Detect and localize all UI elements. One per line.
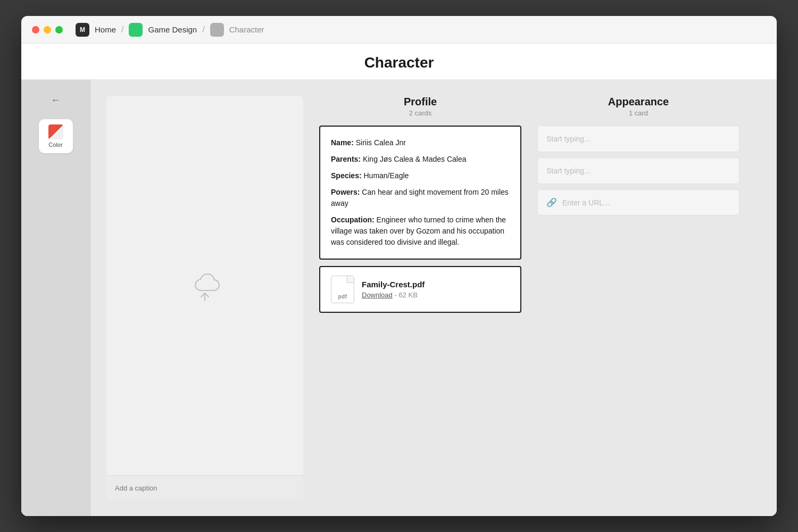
link-icon: 🔗 xyxy=(546,197,557,207)
sidebar: ← Color xyxy=(21,80,90,516)
pdf-card: pdf Family-Crest.pdf Download - 62 KB xyxy=(319,266,521,313)
appearance-input-1-placeholder: Start typing... xyxy=(546,135,590,143)
content-area: Profile 2 cards Name: Siriis Calea Jnr P… xyxy=(90,80,777,516)
breadcrumb-game-design[interactable]: Game Design xyxy=(148,25,197,34)
color-tool-label: Color xyxy=(48,142,62,148)
field-name-label: Name: xyxy=(331,138,354,147)
profile-info-card: Name: Siriis Calea Jnr Parents: King Jøs… xyxy=(319,126,521,260)
field-parents: Parents: King Jøs Calea & Mades Calea xyxy=(331,154,510,165)
upload-cloud-icon xyxy=(186,270,223,301)
profile-title: Profile xyxy=(319,96,521,108)
field-powers-label: Powers: xyxy=(331,188,360,196)
field-parents-label: Parents: xyxy=(331,155,361,163)
profile-section: Profile 2 cards Name: Siriis Calea Jnr P… xyxy=(319,96,521,500)
app-window: M Home / Game Design / Character Charact… xyxy=(21,16,777,516)
appearance-title: Appearance xyxy=(537,96,739,108)
field-parents-value: King Jøs Calea & Mades Calea xyxy=(363,155,467,163)
game-design-icon[interactable] xyxy=(129,23,143,37)
appearance-input-1[interactable]: Start typing... xyxy=(537,126,739,152)
pdf-type-label: pdf xyxy=(338,294,347,300)
field-name: Name: Siriis Calea Jnr xyxy=(331,137,510,148)
field-species-label: Species: xyxy=(331,171,362,180)
breadcrumb-character[interactable]: Character xyxy=(229,25,264,34)
home-icon[interactable]: M xyxy=(76,23,89,37)
maximize-button[interactable] xyxy=(55,26,63,34)
back-button[interactable]: ← xyxy=(46,90,65,110)
breadcrumb: M Home / Game Design / Character xyxy=(76,23,264,37)
image-card xyxy=(106,96,303,500)
breadcrumb-sep-1: / xyxy=(121,25,123,35)
field-powers: Powers: Can hear and sight movement from… xyxy=(331,187,510,209)
profile-header: Profile 2 cards xyxy=(319,96,521,117)
character-icon[interactable] xyxy=(210,23,224,37)
page-title: Character xyxy=(21,54,777,71)
main-area: ← Color xyxy=(21,80,777,516)
appearance-url-placeholder: Enter a URL... xyxy=(562,198,610,207)
traffic-lights xyxy=(32,26,63,34)
field-occupation-label: Occupation: xyxy=(331,215,375,224)
appearance-input-2[interactable]: Start typing... xyxy=(537,157,739,184)
field-species-value: Human/Eagle xyxy=(363,171,409,180)
caption-input[interactable] xyxy=(115,484,295,492)
pdf-info: Family-Crest.pdf Download - 62 KB xyxy=(362,280,425,299)
pdf-file-icon: pdf xyxy=(331,276,354,303)
page-header: Character xyxy=(21,44,777,80)
field-species: Species: Human/Eagle xyxy=(331,170,510,181)
close-button[interactable] xyxy=(32,26,39,34)
appearance-section: Appearance 1 card Start typing... Start … xyxy=(537,96,739,500)
profile-subtitle: 2 cards xyxy=(319,109,521,117)
field-name-value: Siriis Calea Jnr xyxy=(356,138,406,147)
color-icon xyxy=(48,124,63,139)
breadcrumb-home[interactable]: Home xyxy=(95,25,116,34)
pdf-download-info: Download - 62 KB xyxy=(362,291,425,299)
pdf-size: - 62 KB xyxy=(394,291,417,299)
pdf-filename: Family-Crest.pdf xyxy=(362,280,425,289)
image-upload-area[interactable] xyxy=(106,96,303,475)
field-occupation: Occupation: Engineer who turned to crime… xyxy=(331,214,510,248)
pdf-download-link[interactable]: Download xyxy=(362,291,393,299)
appearance-subtitle: 1 card xyxy=(537,109,739,117)
titlebar: M Home / Game Design / Character xyxy=(21,16,777,44)
color-tool[interactable]: Color xyxy=(39,119,73,153)
minimize-button[interactable] xyxy=(44,26,51,34)
appearance-input-2-placeholder: Start typing... xyxy=(546,167,590,175)
back-icon: ← xyxy=(51,95,61,106)
appearance-url-input[interactable]: 🔗 Enter a URL... xyxy=(537,189,739,215)
breadcrumb-sep-2: / xyxy=(202,25,204,35)
appearance-header: Appearance 1 card xyxy=(537,96,739,117)
caption-area[interactable] xyxy=(106,475,303,500)
